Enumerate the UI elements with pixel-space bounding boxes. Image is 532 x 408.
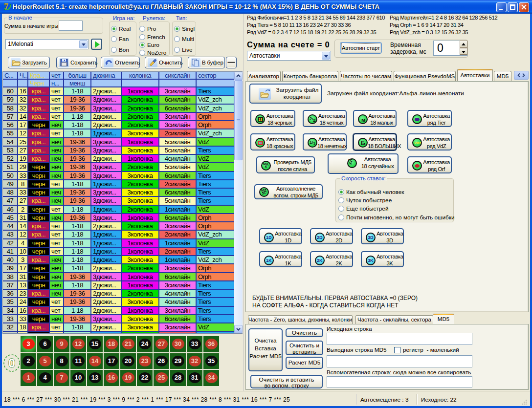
svg-text:0: 0 — [8, 356, 15, 370]
